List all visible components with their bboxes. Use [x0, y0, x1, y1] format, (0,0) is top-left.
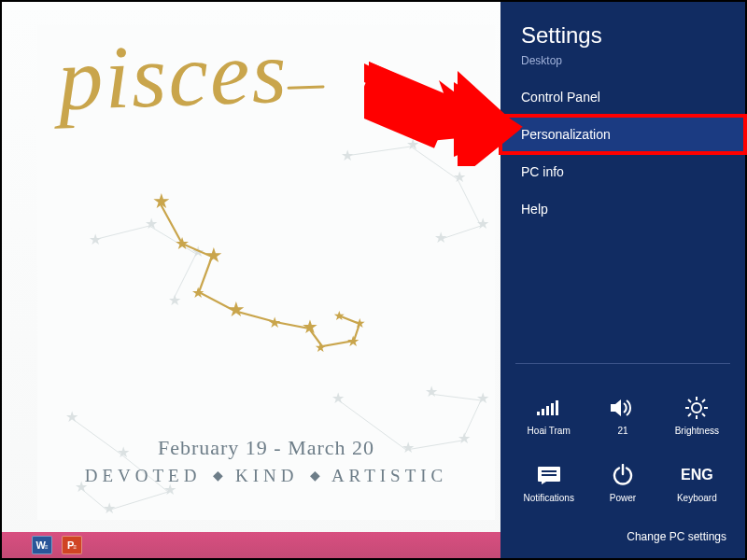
svg-text:★: ★: [268, 315, 281, 330]
settings-item-control-panel[interactable]: Control Panel: [500, 78, 745, 116]
poster-traits: DEVOTED ◆ KIND ◆ ARTISTIC: [37, 466, 495, 486]
svg-text:★: ★: [333, 308, 345, 323]
settings-item-personalization[interactable]: Personalization: [500, 116, 745, 153]
settings-separator: [515, 363, 730, 364]
svg-line-44: [688, 413, 691, 416]
settings-charm-panel: Settings Desktop Control Panel Personali…: [500, 2, 745, 558]
svg-marker-35: [611, 399, 621, 416]
taskbar: W ≡ P ≡: [2, 532, 502, 558]
svg-rect-32: [546, 406, 549, 415]
svg-text:★: ★: [103, 500, 116, 516]
settings-item-help[interactable]: Help: [500, 190, 745, 228]
pisces-constellation: ★ ★ ★ ★ ★ ★ ★ ★ ★ ★ ★: [126, 184, 388, 361]
wallpaper-poster: ★★★★ ★★★★★ ★★★★★ ★★★★★ pisces ★ ★ ★ ★ ★: [37, 25, 495, 520]
desktop-area: ★★★★ ★★★★★ ★★★★★ ★★★★★ pisces ★ ★ ★ ★ ★: [2, 2, 502, 558]
svg-marker-46: [542, 482, 546, 484]
brightness-icon: [684, 394, 709, 422]
change-pc-settings-link[interactable]: Change PC settings: [500, 521, 745, 558]
svg-text:★: ★: [331, 390, 345, 406]
svg-text:★: ★: [175, 234, 190, 253]
keyboard-icon: ENG: [681, 461, 713, 489]
trait-0: DEVOTED: [85, 466, 202, 485]
trait-sep: ◆: [307, 469, 323, 483]
taskbar-word-icon[interactable]: W ≡: [32, 536, 52, 554]
screenshot-stage: ★★★★ ★★★★★ ★★★★★ ★★★★★ pisces ★ ★ ★ ★ ★: [0, 0, 747, 560]
volume-icon: [610, 394, 636, 422]
svg-rect-30: [537, 412, 540, 415]
tile-power[interactable]: Power: [585, 448, 659, 515]
svg-text:★: ★: [65, 409, 78, 425]
svg-text:★: ★: [476, 216, 489, 231]
svg-text:★: ★: [354, 315, 366, 330]
svg-text:★: ★: [476, 390, 489, 406]
svg-rect-31: [542, 409, 544, 415]
tile-network[interactable]: Hoai Tram: [512, 381, 585, 448]
svg-point-36: [692, 403, 701, 413]
svg-text:★: ★: [406, 136, 419, 152]
power-icon: [612, 461, 634, 489]
svg-text:★: ★: [315, 340, 327, 355]
settings-subtitle: Desktop: [500, 54, 745, 78]
tile-keyboard-label: Keyboard: [677, 493, 717, 503]
tile-notifications-label: Notifications: [523, 493, 573, 503]
svg-rect-34: [556, 400, 558, 415]
trait-2: ARTISTIC: [331, 466, 447, 485]
taskbar-powerpoint-icon[interactable]: P ≡: [62, 536, 82, 554]
poster-title: pisces: [57, 49, 289, 103]
tile-keyboard[interactable]: ENG Keyboard: [660, 448, 734, 515]
notifications-icon: [537, 461, 561, 489]
keyboard-text-icon: ENG: [681, 467, 713, 483]
svg-line-43: [702, 399, 705, 402]
svg-text:★: ★: [453, 169, 466, 185]
svg-text:★: ★: [341, 147, 354, 163]
svg-text:★: ★: [152, 189, 171, 213]
tile-brightness-label: Brightness: [675, 426, 719, 436]
svg-text:★: ★: [204, 244, 223, 267]
trait-sep: ◆: [210, 469, 226, 483]
trait-1: KIND: [235, 466, 299, 485]
svg-text:★: ★: [425, 384, 438, 399]
tile-volume[interactable]: 21: [585, 381, 659, 448]
svg-text:★: ★: [346, 333, 359, 349]
tile-power-label: Power: [610, 493, 636, 503]
svg-text:★: ★: [227, 298, 246, 321]
tile-volume-label: 21: [617, 426, 627, 436]
signal-icon: [536, 394, 562, 422]
poster-dates: February 19 - March 20: [37, 436, 495, 460]
svg-rect-33: [551, 403, 554, 415]
settings-item-pc-info[interactable]: PC info: [500, 153, 745, 190]
tile-network-label: Hoai Tram: [528, 426, 571, 436]
svg-text:★: ★: [89, 231, 102, 247]
quick-tiles: Hoai Tram 21 Brightness Notifications: [500, 377, 745, 521]
svg-text:★: ★: [191, 285, 204, 301]
svg-text:★: ★: [434, 230, 447, 245]
settings-title: Settings: [500, 2, 745, 54]
svg-line-42: [702, 413, 705, 416]
tile-brightness[interactable]: Brightness: [660, 381, 734, 448]
tile-notifications[interactable]: Notifications: [512, 448, 585, 515]
svg-line-41: [688, 399, 691, 402]
svg-text:★: ★: [302, 316, 318, 337]
